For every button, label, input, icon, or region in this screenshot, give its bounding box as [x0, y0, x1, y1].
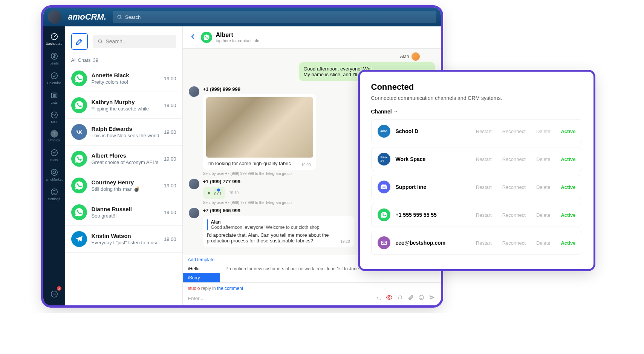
message-bubble: I'm looking for some high-quality fabric… — [203, 94, 316, 170]
chat-item[interactable]: Kathryn MurphyFlipping the cassette whil… — [65, 92, 182, 119]
svg-point-20 — [388, 297, 390, 299]
sidebar-label: Settings — [48, 197, 60, 201]
channel-filter[interactable]: Channel — [371, 109, 582, 115]
telegram-icon — [71, 231, 87, 247]
restart-button[interactable]: Restart — [476, 129, 492, 134]
svg-point-4 — [51, 73, 57, 79]
whatsapp-icon — [378, 208, 390, 221]
chat-name: Ralph Edwards — [92, 126, 164, 132]
sidebar-label: Dashboard — [46, 42, 62, 46]
global-search[interactable]: Search — [113, 11, 436, 23]
panel-subtitle: Connected communication channels and CRM… — [371, 95, 582, 101]
chat-time: 19:00 — [164, 129, 176, 135]
audio-message[interactable]: 0:01 — [203, 187, 225, 199]
delete-button[interactable]: Delete — [536, 156, 551, 162]
restart-button[interactable]: Restart — [476, 184, 492, 190]
chat-icon — [50, 290, 59, 299]
sidebar-label: Lists — [50, 101, 58, 104]
sidebar-item-mail[interactable]: Mail — [43, 108, 65, 127]
chat-item[interactable]: Ralph EdwardsThis is how Neo sees the wo… — [65, 119, 182, 146]
reconnect-button[interactable]: Reconnect — [502, 129, 526, 134]
notification-badge: 2 — [57, 286, 61, 291]
visibility-icon[interactable] — [386, 294, 393, 302]
channel-row: Support lineRestartReconnectDeleteActive — [371, 175, 582, 199]
umnico-badge: 1 — [50, 130, 58, 138]
channel-name: ceo@bestshop.com — [396, 240, 465, 246]
chat-tab-all[interactable]: All Chats 39 — [65, 54, 182, 65]
user-avatar[interactable] — [48, 10, 61, 24]
chat-header: Albert tap here for contact info — [183, 26, 441, 49]
chat-subtitle[interactable]: tap here for contact info — [216, 38, 260, 43]
add-template-button[interactable]: Add template — [183, 255, 220, 264]
svg-point-21 — [419, 295, 424, 300]
sidebar-item-stats[interactable]: Stats — [43, 146, 65, 164]
slash-command-button[interactable]: \.. — [377, 296, 381, 301]
channel-name: +1 555 555 55 55 — [396, 212, 465, 218]
message-input[interactable]: Enter... — [188, 296, 377, 301]
compose-button[interactable] — [71, 33, 88, 50]
play-icon — [207, 191, 211, 195]
audio-position: 0:01 — [214, 192, 222, 196]
chat-time: 19:00 — [164, 76, 176, 81]
chat-name: Dianne Russell — [92, 206, 164, 212]
tab-count: 39 — [93, 57, 98, 63]
chat-item[interactable]: Courtney HenryStill doing this man 💣19:0… — [65, 172, 182, 199]
sidebar: Dashboard Leads Calendar Lists Mail 1 Um… — [43, 26, 65, 305]
attachment-icon[interactable] — [408, 294, 414, 302]
sidebar-item-dashboard[interactable]: Dashboard — [43, 29, 65, 48]
back-button[interactable] — [189, 32, 197, 42]
sidebar-item-settings[interactable]: Settings — [43, 185, 65, 204]
restart-button[interactable]: Restart — [476, 212, 492, 218]
quote-text: Good afternoon, everyone! Welcome to our… — [211, 225, 350, 230]
logo: amoCRM. — [68, 12, 106, 22]
settings-icon — [50, 187, 59, 196]
svg-point-15 — [53, 294, 53, 294]
search-placeholder: Search — [125, 14, 141, 20]
chat-item[interactable]: Annette BlackPretty colors too!19:00 — [65, 65, 182, 92]
sidebar-item-umnico[interactable]: 1 Umnico — [43, 127, 65, 145]
sidebar-item-notifications[interactable]: 2 — [43, 287, 65, 302]
delete-button[interactable]: Delete — [536, 240, 551, 246]
emoji-icon[interactable] — [418, 294, 424, 302]
reconnect-button[interactable]: Reconnect — [502, 156, 526, 162]
compose-hint: studio reply in the comment — [188, 286, 436, 291]
reconnect-button[interactable]: Reconnect — [502, 184, 526, 190]
sidebar-item-lists[interactable]: Lists — [43, 88, 65, 107]
delete-button[interactable]: Delete — [536, 184, 551, 190]
delete-button[interactable]: Delete — [536, 212, 551, 218]
sidebar-label: Stats — [50, 158, 58, 162]
template-sorry[interactable]: \Sorry — [183, 273, 220, 282]
bell-icon[interactable] — [397, 294, 403, 302]
channel-row: Bitrix24Work SpaceRestartReconnectDelete… — [371, 147, 582, 171]
reconnect-button[interactable]: Reconnect — [502, 240, 526, 246]
message-text: I'm looking for some high-quality fabric — [206, 160, 292, 167]
vk-icon — [71, 124, 87, 140]
chat-item[interactable]: Dianne RussellSoo great!!!19:00 — [65, 199, 182, 226]
sidebar-item-amomarket[interactable]: amoMarket — [43, 165, 65, 184]
delete-button[interactable]: Delete — [536, 129, 551, 134]
sidebar-item-leads[interactable]: Leads — [43, 49, 65, 68]
agent-label: Alan — [189, 52, 420, 61]
restart-button[interactable]: Restart — [476, 156, 492, 162]
restart-button[interactable]: Restart — [476, 240, 492, 246]
sidebar-item-calendar[interactable]: Calendar — [43, 69, 65, 87]
svg-point-18 — [98, 40, 101, 43]
topbar: amoCRM. Search — [43, 8, 441, 26]
channel-name: Support line — [396, 184, 465, 190]
chat-time: 19:00 — [164, 103, 176, 108]
bitrix-icon: Bitrix24 — [378, 153, 390, 166]
chat-item[interactable]: Albert FloresGreat choice of Acronym AF1… — [65, 146, 182, 172]
image-attachment[interactable] — [206, 97, 313, 158]
chat-time: 19:00 — [164, 236, 176, 242]
channel-row: +1 555 555 55 55RestartReconnectDeleteAc… — [371, 203, 582, 227]
email-icon — [378, 236, 390, 249]
template-hello[interactable]: \Hello — [183, 264, 220, 273]
svg-point-23 — [422, 297, 422, 297]
send-button[interactable] — [429, 294, 436, 302]
chat-search[interactable]: Search... — [93, 35, 176, 48]
message-bubble: Alan Good afternoon, everyone! Welcome t… — [203, 216, 354, 247]
svg-point-0 — [118, 15, 121, 18]
discord-icon — [378, 181, 390, 193]
reconnect-button[interactable]: Reconnect — [502, 212, 526, 218]
chat-item[interactable]: Kristin WatsonEveryday I "just" listen t… — [65, 226, 182, 253]
